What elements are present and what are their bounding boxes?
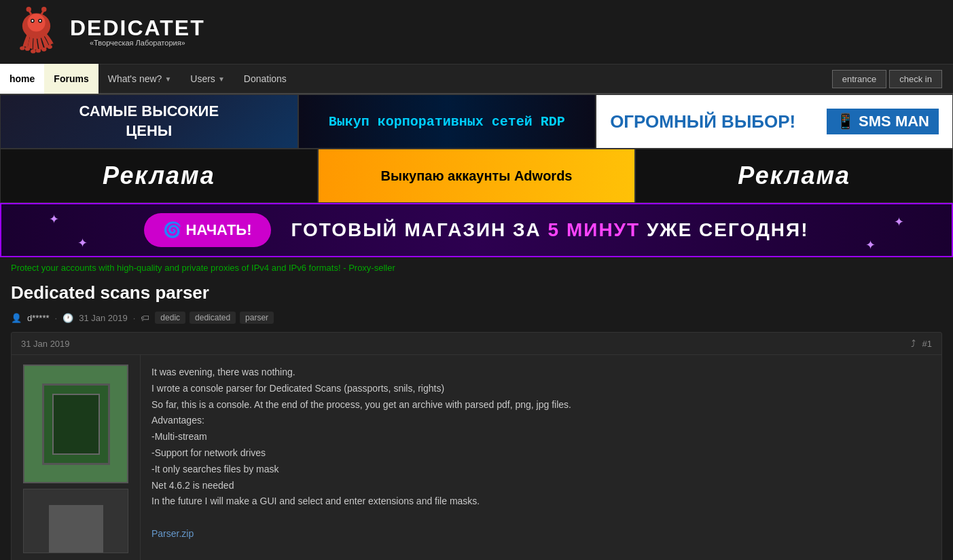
svg-point-10 [41, 48, 47, 52]
post-avatar-column [12, 355, 141, 560]
tag-list: dedic dedicated parser [155, 312, 274, 324]
ad-promo-1[interactable]: Реклама [0, 149, 318, 203]
post-date-meta: 31 Jan 2019 [79, 313, 128, 323]
svg-point-15 [41, 7, 47, 12]
nav-donations[interactable]: Donations [234, 64, 296, 94]
promo-link[interactable]: Protect your accounts with high-quality … [0, 257, 953, 278]
post-box: 31 Jan 2019 ⤴ #1 It was [11, 332, 942, 560]
banner-highlight: 5 МИНУТ [548, 219, 641, 240]
logo-text-area: DEDICATET «Творческая Лаборатория» [70, 17, 205, 47]
nav-forums[interactable]: Forums [44, 64, 98, 94]
logo-title: DEDICATET [70, 17, 205, 39]
sparkle-1: ✦ [49, 212, 59, 227]
ad-block-1[interactable]: САМЫЕ ВЫСОКИЕЦЕНЫ [0, 94, 298, 149]
ad-block-3[interactable]: ОГРОМНЫЙ ВЫБОР! 📱 SMS MAN [596, 94, 953, 149]
post-date: 31 Jan 2019 [21, 339, 70, 349]
ad-block-2[interactable]: Выкуп корпоративных сетей RDP [298, 94, 596, 149]
ads-banner[interactable]: ✦ ✦ ✦ ✦ 🌀 НАЧАТЬ! ГОТОВЫЙ МАГАЗИН ЗА 5 М… [0, 203, 953, 257]
sparkle-4: ✦ [865, 238, 876, 253]
nav-whats-new[interactable]: What's new? ▼ [98, 64, 181, 94]
user-icon: 👤 [11, 313, 22, 323]
svg-point-5 [39, 20, 41, 22]
logo-icon [11, 7, 62, 58]
post-body: It was evening, there was nothing. I wro… [12, 355, 941, 560]
svg-point-11 [47, 45, 52, 49]
ad-promo-3[interactable]: Реклама [635, 149, 953, 203]
banner-start-button[interactable]: 🌀 НАЧАТЬ! [144, 213, 270, 247]
ad3-inner: ОГРОМНЫЙ ВЫБОР! 📱 SMS MAN [596, 109, 952, 134]
post-text: It was evening, there was nothing. I wro… [151, 365, 931, 542]
post-line-4: Advantages: [151, 415, 204, 426]
ad-promo-2[interactable]: Выкупаю аккаунты Adwords [318, 149, 636, 203]
nav-users[interactable]: Users ▼ [181, 64, 234, 94]
site-header: DEDICATET «Творческая Лаборатория» [0, 0, 953, 64]
post-line-3: So far, this is a console. At the end of… [151, 399, 571, 410]
ad-promo3-text: Реклама [738, 162, 850, 190]
svg-point-4 [31, 20, 33, 22]
main-nav: home Forums What's new? ▼ Users ▼ Donati… [0, 64, 953, 94]
post-header: 31 Jan 2019 ⤴ #1 [12, 333, 941, 355]
avatar-placeholder [42, 384, 110, 465]
parser-zip-link[interactable]: Parser.zip [151, 528, 194, 539]
ad2-text: Выкуп корпоративных сетей RDP [329, 114, 565, 130]
banner-text-before: ГОТОВЫЙ МАГАЗИН ЗА [291, 219, 548, 240]
ad-promo2-text: Выкупаю аккаунты Adwords [381, 168, 573, 184]
logo-subtitle: «Творческая Лаборатория» [70, 39, 205, 47]
nav-left: home Forums What's new? ▼ Users ▼ Donati… [0, 64, 832, 94]
page-title: Dedicated scans parser [0, 278, 953, 309]
post-line-5: -Multi-stream [151, 431, 207, 442]
users-arrow-icon: ▼ [218, 75, 225, 83]
tag-parser[interactable]: parser [240, 312, 274, 324]
sparkle-3: ✦ [894, 214, 904, 229]
post-line-1: It was evening, there was nothing. [151, 367, 295, 377]
tag-dedic[interactable]: dedic [155, 312, 185, 324]
post-meta: 👤 d***** · 🕐 31 Jan 2019 · 🏷 dedic dedic… [0, 309, 953, 332]
svg-point-14 [26, 7, 32, 12]
sparkle-2: ✦ [77, 236, 88, 250]
post-line-2: I wrote a console parser for Dedicated S… [151, 383, 444, 394]
svg-point-9 [36, 48, 41, 52]
logo-area: DEDICATET «Творческая Лаборатория» [11, 7, 205, 58]
avatar-inner [52, 394, 100, 455]
post-number: #1 [922, 339, 932, 349]
entrance-button[interactable]: entrance [832, 70, 887, 88]
nav-home[interactable]: home [0, 64, 44, 94]
banner-text: ГОТОВЫЙ МАГАЗИН ЗА 5 МИНУТ УЖЕ СЕГОДНЯ! [291, 219, 809, 241]
avatar-second-content [49, 505, 103, 553]
ads-row-1: САМЫЕ ВЫСОКИЕЦЕНЫ Выкуп корпоративных се… [0, 94, 953, 149]
avatar-second-image [23, 489, 128, 553]
post-line-8: Net 4.6.2 is needed [151, 480, 234, 491]
ad3-brand: 📱 SMS MAN [827, 109, 939, 134]
avatar-image [23, 365, 128, 483]
clock-icon: 🕐 [62, 313, 73, 323]
ad-promo1-text: Реклама [103, 162, 215, 190]
whats-new-arrow-icon: ▼ [164, 75, 171, 83]
ad3-text: ОГРОМНЫЙ ВЫБОР! [610, 111, 795, 132]
post-line-9: In the future I will make a GUI and sele… [151, 496, 480, 506]
check-in-button[interactable]: check in [889, 70, 942, 88]
share-icon[interactable]: ⤴ [911, 338, 916, 349]
svg-point-6 [20, 46, 25, 50]
nav-right: entrance check in [832, 70, 953, 88]
svg-point-7 [25, 47, 31, 51]
tag-icon: 🏷 [141, 313, 149, 323]
tag-dedicated[interactable]: dedicated [190, 312, 236, 324]
thread-container: 31 Jan 2019 ⤴ #1 It was [0, 332, 953, 560]
post-author[interactable]: d***** [27, 313, 50, 323]
post-line-6: -Support for network drives [151, 447, 266, 458]
post-line-7: -It only searches files by mask [151, 464, 279, 474]
ads-row-2: Реклама Выкупаю аккаунты Adwords Реклама [0, 149, 953, 203]
svg-point-8 [31, 49, 36, 53]
ad1-text: САМЫЕ ВЫСОКИЕЦЕНЫ [79, 102, 219, 141]
post-actions: ⤴ #1 [911, 338, 932, 349]
post-content: It was evening, there was nothing. I wro… [141, 355, 941, 560]
svg-point-1 [27, 14, 45, 31]
banner-text-after: УЖЕ СЕГОДНЯ! [640, 219, 808, 240]
